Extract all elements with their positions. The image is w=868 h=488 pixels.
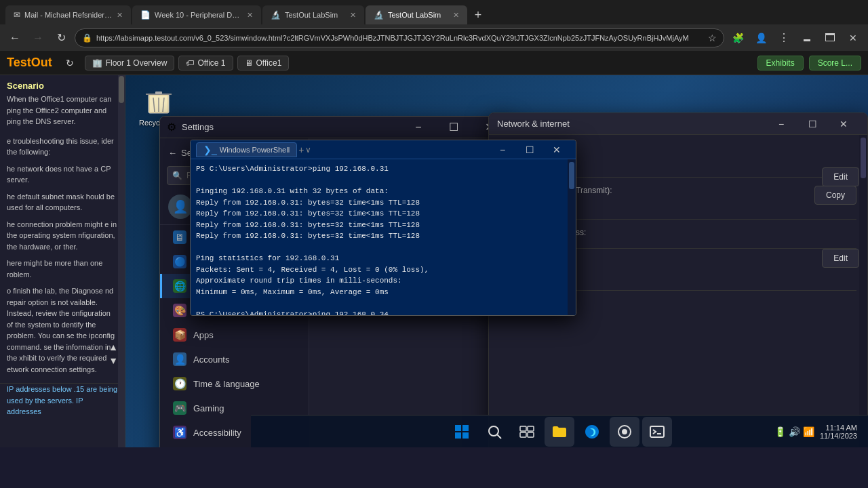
tab-mail[interactable]: ✉ Mail - Michael Refsnider - Out... ✕ — [5, 5, 131, 24]
tab-favicon: 📄 — [140, 10, 151, 20]
time-label: Time & language — [193, 379, 260, 389]
edit-btn-2[interactable]: Edit — [822, 249, 859, 268]
edit-btn-1[interactable]: Edit — [822, 167, 859, 186]
ps-scrollbar[interactable] — [568, 159, 576, 315]
network-close[interactable]: ✕ — [828, 113, 859, 135]
tab-close-mail[interactable]: ✕ — [117, 11, 123, 20]
svg-rect-13 — [520, 426, 526, 431]
edge-button[interactable] — [577, 417, 607, 447]
scenario-text2: e troubleshooting this issue, ider the f… — [0, 136, 125, 163]
file-explorer-button[interactable] — [545, 417, 574, 447]
ps-add-tab[interactable]: + — [298, 144, 304, 155]
tab-week10[interactable]: 📄 Week 10 - Peripheral Devices ... ✕ — [132, 5, 261, 24]
browser-chrome: ✉ Mail - Michael Refsnider - Out... ✕ 📄 … — [0, 0, 868, 51]
menu-button[interactable]: ⋮ — [774, 28, 793, 47]
edit-button-bottom[interactable]: Edit — [822, 249, 859, 268]
scenario-scroll-thumb[interactable] — [119, 76, 124, 103]
ps-line: Pinging 192.168.0.31 with 32 bytes of da… — [196, 186, 570, 197]
ps-line: Approximate round trip times in milli-se… — [196, 275, 570, 287]
scenario-scrollbar[interactable] — [118, 75, 125, 447]
personalization-icon: 🎨 — [173, 304, 186, 317]
scenario-title: Scenario — [0, 75, 125, 94]
profile-button[interactable]: 👤 — [751, 28, 770, 47]
ps-maximize[interactable]: ☐ — [516, 140, 543, 159]
ps-scroll-thumb[interactable] — [569, 162, 574, 189]
accessibility-icon: ♿ — [173, 426, 186, 439]
accessibility-label: Accessibility — [193, 428, 241, 438]
ps-line: Reply from 192.168.0.31: bytes=32 time<1… — [196, 208, 570, 220]
ps-icon: ❯_ — [203, 144, 217, 155]
bluetooth-icon: 🔵 — [173, 255, 186, 268]
task-view-button[interactable] — [512, 417, 542, 447]
profile-avatar: 👤 — [168, 195, 193, 219]
ps-line: Packets: Sent = 4, Received = 4, Lost = … — [196, 264, 570, 276]
apps-icon: 📦 — [173, 328, 186, 342]
back-button[interactable]: ← — [5, 28, 24, 47]
copy-button[interactable]: Copy — [814, 186, 856, 205]
tab-close-labsim4[interactable]: ✕ — [453, 11, 459, 20]
ps-close[interactable]: ✕ — [543, 140, 570, 159]
minimize-browser[interactable]: 🗕 — [797, 28, 816, 47]
office-icon: 🏷 — [186, 58, 194, 68]
scenario-text7: o finish the lab, the Diagnose nd repair… — [0, 285, 125, 380]
taskbar: 🔋 🔊 📶 11:14 AM 11/14/2023 — [251, 415, 868, 447]
ps-content: PS C:\Users\Administrator>ping 192.168.0… — [191, 159, 576, 315]
taskbar-right: 🔋 🔊 📶 11:14 AM 11/14/2023 — [774, 424, 857, 440]
network-minimize[interactable]: − — [766, 113, 797, 135]
settings-minimize[interactable]: − — [403, 117, 434, 138]
sidebar-item-apps[interactable]: 📦 Apps — [160, 323, 309, 347]
tab-labsim3[interactable]: 🔬 TestOut LabSim ✕ — [262, 5, 364, 24]
exhibits-button[interactable]: Exhibits — [757, 56, 804, 70]
network-scrollbar-thumb[interactable] — [861, 138, 866, 178]
ps-controls: − ☐ ✕ — [489, 140, 570, 159]
score-button[interactable]: Score L... — [809, 56, 861, 70]
ps-titlebar: ❯_ Windows PowerShell + ∨ − ☐ ✕ — [191, 140, 576, 159]
office1-tab[interactable]: 🖥 Office1 — [237, 56, 290, 70]
sidebar-item-time[interactable]: 🕐 Time & language — [160, 371, 309, 396]
apps-label: Apps — [193, 330, 214, 340]
add-tab-button[interactable]: + — [469, 5, 488, 24]
scroll-down-btn[interactable]: ▼ — [108, 355, 118, 366]
nav-btns-right: Exhibits Score L... — [757, 56, 861, 70]
forward-button[interactable]: → — [28, 28, 47, 47]
testout-refresh[interactable]: ↻ — [66, 58, 74, 68]
scroll-up-btn[interactable]: ▲ — [108, 342, 118, 352]
edit-button-top[interactable]: Edit — [822, 167, 859, 186]
settings-window-icon: ⚙ — [167, 121, 176, 134]
address-bar[interactable]: 🔒 https://labsimapp.testout.com/v6_0_523… — [75, 28, 724, 47]
ps-tab[interactable]: ❯_ Windows PowerShell — [196, 142, 297, 157]
accounts-label: Accounts — [193, 354, 229, 365]
floor-icon: 🏢 — [92, 58, 102, 68]
office1-tab-label: Office1 — [256, 58, 282, 68]
extensions-button[interactable]: 🧩 — [728, 28, 747, 47]
network-details-scrollbar[interactable] — [859, 135, 867, 447]
network-details-titlebar: Network & internet − ☐ ✕ — [489, 113, 867, 135]
network-maximize[interactable]: ☐ — [797, 113, 828, 135]
address-text: https://labsimapp.testout.com/v6_0_523/s… — [96, 34, 704, 42]
settings-titlebar: ⚙ Settings − ☐ ✕ — [160, 117, 511, 138]
tab-favicon: ✉ — [14, 10, 20, 20]
maximize-browser[interactable]: 🗖 — [821, 28, 840, 47]
svg-rect-14 — [528, 426, 534, 431]
tab-label: Week 10 - Peripheral Devices ... — [155, 11, 243, 19]
tab-close-labsim3[interactable]: ✕ — [350, 11, 356, 20]
ps-tab-chevron[interactable]: ∨ — [305, 145, 311, 155]
search-button[interactable] — [479, 417, 509, 447]
settings-taskbar-button[interactable] — [610, 417, 639, 447]
scenario-bottom: IP addresses below .15 are being used by… — [0, 383, 125, 422]
network-taskbar-icon[interactable]: 📶 — [803, 426, 814, 437]
tab-close-week10[interactable]: ✕ — [247, 11, 253, 20]
volume-icon[interactable]: 🔊 — [789, 426, 800, 437]
settings-maximize[interactable]: ☐ — [438, 117, 469, 138]
terminal-taskbar-button[interactable] — [642, 417, 672, 447]
bookmark-icon[interactable]: ☆ — [708, 33, 717, 43]
office1-pill[interactable]: 🏷 Office 1 — [178, 56, 233, 70]
ps-minimize[interactable]: − — [489, 140, 516, 159]
start-button[interactable] — [447, 417, 477, 447]
close-browser[interactable]: ✕ — [844, 28, 863, 47]
tab-labsim4[interactable]: 🔬 TestOut LabSim ✕ — [366, 5, 467, 24]
sidebar-item-accounts[interactable]: 👤 Accounts — [160, 347, 309, 371]
refresh-button[interactable]: ↻ — [52, 28, 71, 47]
floor1-pill[interactable]: 🏢 Floor 1 Overview — [85, 56, 175, 70]
svg-rect-3 — [155, 92, 162, 94]
